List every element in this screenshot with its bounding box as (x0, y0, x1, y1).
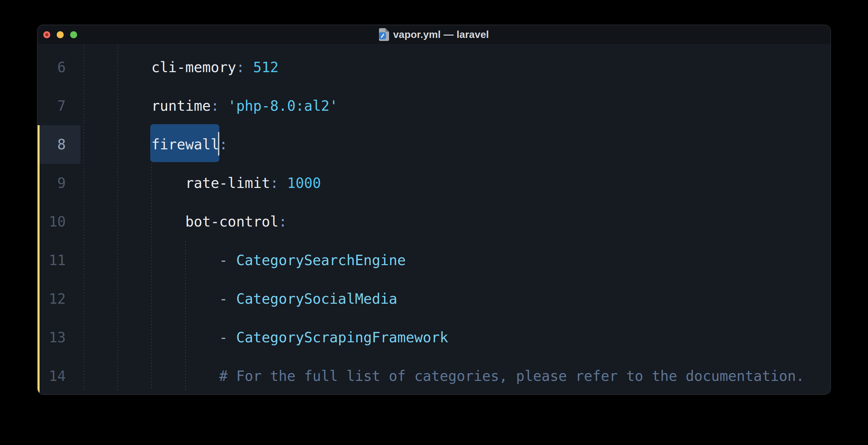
token-plain (279, 175, 287, 191)
window-title: vapor.yml — laravel (393, 29, 489, 40)
token-value: CategorySearchEngine (236, 252, 406, 268)
window-title-group: vapor.yml — laravel (379, 28, 489, 41)
text-caret (218, 132, 219, 156)
token-comment: # For the full list of categories, pleas… (219, 368, 805, 384)
code-text[interactable]: - CategorySocialMedia (84, 279, 398, 318)
code-text[interactable]: firewall: (84, 125, 228, 164)
token-plain (84, 252, 219, 268)
token-plain (219, 98, 228, 114)
code-line: 9 rate-limit: 1000 (37, 164, 831, 202)
token-value: CategoryScrapingFramework (236, 329, 448, 346)
line-number[interactable]: 13 (37, 318, 66, 357)
token-value: CategorySocialMedia (236, 291, 397, 307)
token-plain (84, 291, 219, 307)
token-punct: : (236, 59, 245, 76)
token-dash: - (219, 291, 228, 307)
line-number[interactable]: 11 (37, 241, 66, 279)
token-number: 1000 (287, 175, 321, 191)
line-number[interactable]: 8 (37, 125, 66, 164)
line-number[interactable]: 10 (37, 202, 66, 241)
token-dash: - (219, 252, 228, 268)
token-string: 'php-8.0:al2' (228, 98, 338, 114)
code-text[interactable]: # For the full list of categories, pleas… (84, 357, 804, 394)
code-line: 6 cli-memory: 512 (37, 48, 831, 87)
line-number[interactable]: 9 (37, 164, 66, 202)
code-line: 13 - CategoryScrapingFramework (37, 318, 831, 357)
minimize-button[interactable] (57, 31, 64, 38)
editor-window: vapor.yml — laravel 6 cli-memory: 5127 r… (37, 25, 831, 394)
line-number[interactable]: 12 (37, 279, 66, 318)
code-line: 7 runtime: 'php-8.0:al2' (37, 87, 831, 125)
yaml-file-icon (379, 28, 389, 41)
code-text[interactable]: - CategorySearchEngine (84, 241, 406, 279)
unsaved-changes-dot (45, 33, 48, 36)
code-text[interactable]: runtime: 'php-8.0:al2' (84, 87, 338, 125)
token-plain (84, 59, 151, 76)
editor[interactable]: 6 cli-memory: 5127 runtime: 'php-8.0:al2… (37, 44, 831, 394)
token-plain (84, 175, 185, 191)
window-titlebar[interactable]: vapor.yml — laravel (37, 25, 831, 44)
token-plain (245, 59, 253, 76)
token-plain (228, 329, 236, 346)
token-key: cli-memory (151, 59, 236, 76)
token-key: runtime (151, 98, 211, 114)
code-line: 10 bot-control: (37, 202, 831, 241)
token-plain (84, 368, 219, 384)
selected-token: firewall (151, 136, 219, 153)
code-line: 8 firewall: (37, 125, 831, 164)
token-number: 512 (253, 59, 279, 76)
line-number[interactable]: 7 (37, 87, 66, 125)
code-text[interactable]: rate-limit: 1000 (84, 164, 321, 202)
token-dash: - (219, 329, 228, 346)
token-punct: : (279, 213, 287, 230)
token-plain (84, 98, 151, 114)
git-modified-indicator (37, 125, 39, 394)
token-plain (84, 136, 151, 153)
token-plain (84, 329, 219, 346)
close-button[interactable] (43, 31, 50, 38)
token-punct: : (211, 98, 219, 114)
code-text[interactable]: cli-memory: 512 (84, 48, 279, 87)
zoom-button[interactable] (70, 31, 77, 38)
token-key: bot-control (185, 213, 278, 230)
token-plain (228, 252, 236, 268)
code-text[interactable]: - CategoryScrapingFramework (84, 318, 448, 357)
line-number[interactable]: 14 (37, 357, 66, 394)
token-plain (228, 291, 236, 307)
code-line: 14 # For the full list of categories, pl… (37, 357, 831, 394)
token-key: rate-limit (185, 175, 270, 191)
code-text[interactable]: bot-control: (84, 202, 287, 241)
code-line: 11 - CategorySearchEngine (37, 241, 831, 279)
line-number[interactable]: 6 (37, 48, 66, 87)
token-punct: : (219, 136, 228, 153)
code-line: 12 - CategorySocialMedia (37, 279, 831, 318)
token-punct: : (270, 175, 278, 191)
desktop: { "theme": { "page-bg": "#000000", "edit… (0, 0, 868, 445)
token-plain (84, 213, 185, 230)
traffic-lights (43, 25, 77, 44)
